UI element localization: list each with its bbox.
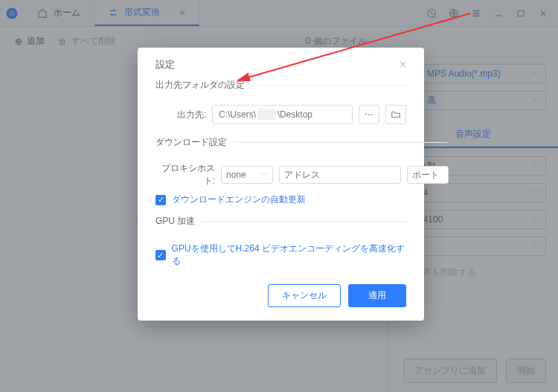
apply-button[interactable]: 適用 [348,284,406,307]
gpu-fieldset: GPU 加速 GPUを使用してH.264 ビデオエンコーディングを高速化する [155,215,406,272]
checkbox-checked-icon[interactable] [155,195,166,205]
gpu-label: GPUを使用してH.264 ビデオエンコーディングを高速化する [172,242,406,268]
output-path-input[interactable]: C:\Users\ \Desktop [212,105,353,124]
auto-update-label: ダウンロードエンジンの自動更新 [172,193,306,206]
path-masked-segment [257,109,276,120]
gpu-legend: GPU 加速 [155,215,201,228]
settings-modal: 設定 × 出力先フォルダの設定 出力先: C:\Users\ \Desktop … [138,48,424,321]
modal-title: 設定 [155,58,175,71]
more-button[interactable]: ⋯ [359,105,379,124]
output-legend: 出力先フォルダの設定 [155,79,251,91]
output-label: 出力先: [155,109,206,121]
output-fieldset: 出力先フォルダの設定 出力先: C:\Users\ \Desktop ⋯ [155,79,406,132]
path-prefix: C:\Users\ [219,109,256,120]
download-legend: ダウンロード設定 [155,136,233,149]
proxy-address-input[interactable] [279,166,401,184]
cancel-button[interactable]: キャンセル [268,284,341,307]
chevron-down-icon: ﹀ [260,170,268,180]
download-fieldset: ダウンロード設定 プロキシホスト: none ﹀ ダウンロードエンジンの自動更新 [155,136,449,211]
proxy-mode-value: none [226,170,246,180]
proxy-port-input[interactable] [407,166,449,184]
modal-close-icon[interactable]: × [400,58,406,71]
proxy-label: プロキシホスト: [155,162,215,187]
checkbox-checked-icon[interactable] [155,250,166,260]
proxy-mode-select[interactable]: none ﹀ [221,166,273,184]
browse-folder-button[interactable] [385,105,406,124]
path-suffix: \Desktop [278,109,312,120]
